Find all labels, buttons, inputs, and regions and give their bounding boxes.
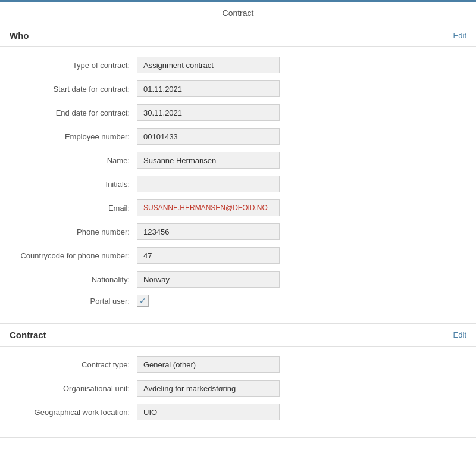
label-end_date: End date for contract: xyxy=(12,108,137,117)
label-country_code: Countrycode for phone number: xyxy=(12,251,137,260)
value-org_unit: Avdeling for markedsføring xyxy=(137,380,280,397)
contract-section: Contract Edit Contract type:General (oth… xyxy=(0,324,476,438)
who-edit-button[interactable]: Edit xyxy=(453,31,466,40)
form-row-nationality: Nationality:Norway xyxy=(0,271,476,288)
value-name: Susanne Hermansen xyxy=(137,152,280,169)
value-country_code: 47 xyxy=(137,247,280,264)
value-nationality: Norway xyxy=(137,271,280,288)
label-portal_user: Portal user: xyxy=(12,297,137,305)
value-geo_work_location: UIO xyxy=(137,404,280,420)
value-type_of_contract: Assignment contract xyxy=(137,57,280,73)
contract-edit-button[interactable]: Edit xyxy=(453,330,466,339)
page-title: Contract xyxy=(0,2,476,24)
value-contract_type: General (other) xyxy=(137,356,280,373)
value-phone_number: 123456 xyxy=(137,223,280,240)
form-row-start_date: Start date for contract:01.11.2021 xyxy=(0,80,476,97)
contract-section-header: Contract Edit xyxy=(0,324,476,347)
checkbox-portal_user[interactable]: ✓ xyxy=(137,295,149,307)
value-start_date: 01.11.2021 xyxy=(137,80,280,97)
contract-form-area: Contract type:General (other)Organisatio… xyxy=(0,347,476,437)
label-org_unit: Organisational unit: xyxy=(12,384,137,393)
label-geo_work_location: Geographical work location: xyxy=(12,408,137,417)
value-initials xyxy=(137,176,280,192)
value-end_date: 30.11.2021 xyxy=(137,104,280,121)
who-section: Who Edit Type of contract:Assignment con… xyxy=(0,24,476,324)
form-row-country_code: Countrycode for phone number:47 xyxy=(0,247,476,264)
form-row-initials: Initials: xyxy=(0,176,476,192)
form-row-email: Email:SUSANNE.HERMANSEN@DFOID.NO xyxy=(0,199,476,216)
value-email: SUSANNE.HERMANSEN@DFOID.NO xyxy=(137,199,280,216)
label-start_date: Start date for contract: xyxy=(12,85,137,93)
form-row-name: Name:Susanne Hermansen xyxy=(0,152,476,169)
who-form-area: Type of contract:Assignment contractStar… xyxy=(0,47,476,323)
who-section-header: Who Edit xyxy=(0,24,476,47)
label-email: Email: xyxy=(12,204,137,213)
form-row-contract_type: Contract type:General (other) xyxy=(0,356,476,373)
label-employee_number: Employee number: xyxy=(12,132,137,141)
label-nationality: Nationality: xyxy=(12,275,137,284)
label-phone_number: Phone number: xyxy=(12,227,137,236)
label-name: Name: xyxy=(12,156,137,165)
form-row-phone_number: Phone number:123456 xyxy=(0,223,476,240)
label-contract_type: Contract type: xyxy=(12,360,137,369)
label-type_of_contract: Type of contract: xyxy=(12,61,137,70)
form-row-geo_work_location: Geographical work location:UIO xyxy=(0,404,476,420)
form-row-employee_number: Employee number:00101433 xyxy=(0,128,476,145)
value-employee_number: 00101433 xyxy=(137,128,280,145)
form-row-end_date: End date for contract:30.11.2021 xyxy=(0,104,476,121)
checkbox-container-portal_user: ✓ xyxy=(137,295,149,307)
contract-section-title: Contract xyxy=(10,330,46,340)
who-section-title: Who xyxy=(10,30,29,40)
label-initials: Initials: xyxy=(12,180,137,189)
form-row-type_of_contract: Type of contract:Assignment contract xyxy=(0,57,476,73)
form-row-portal_user: Portal user:✓ xyxy=(0,295,476,307)
form-row-org_unit: Organisational unit:Avdeling for markeds… xyxy=(0,380,476,397)
